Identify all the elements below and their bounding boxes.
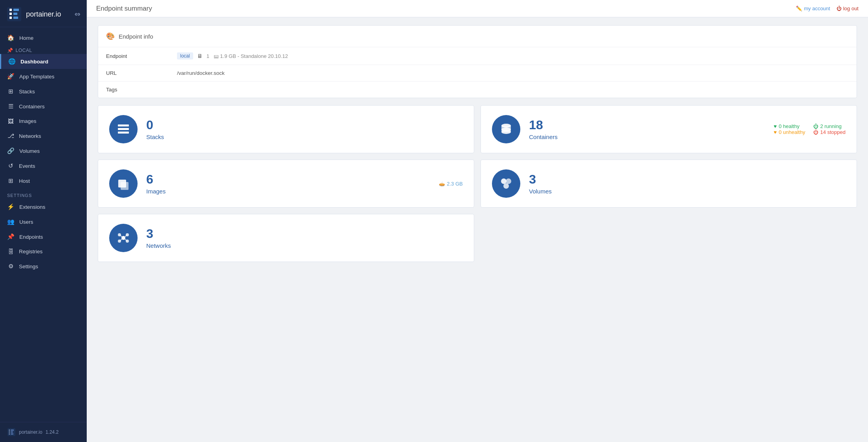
endpoints-icon: 📌 <box>7 233 15 240</box>
sidebar-item-host-label: Host <box>19 178 30 184</box>
endpoint-row: Endpoint local 🖥 1 🖴 1.9 GB - Standalone… <box>98 47 857 65</box>
images-stat-card[interactable]: 6 Images 🥧 2.3 GB <box>98 160 474 208</box>
my-account-link[interactable]: ✏️ my account <box>796 6 830 11</box>
footer-version: 1.24.2 <box>45 429 58 435</box>
networks-count: 3 <box>146 227 171 241</box>
svg-rect-6 <box>13 17 18 19</box>
sidebar-item-host[interactable]: ⊞ Host <box>0 173 87 188</box>
sidebar-item-users[interactable]: 👥 Users <box>0 214 87 229</box>
sidebar-item-registries[interactable]: 🗄 Registries <box>0 244 87 259</box>
sidebar-toggle-button[interactable]: ⇔ <box>75 10 80 19</box>
sidebar-item-events[interactable]: ↺ Events <box>0 158 87 173</box>
images-label: Images <box>146 188 166 195</box>
sidebar-item-extensions[interactable]: ⚡ Extensions <box>0 199 87 214</box>
running-count: ⏻ 2 running <box>813 123 846 129</box>
sidebar-item-images-label: Images <box>19 118 36 124</box>
networks-icon-circle <box>109 224 138 252</box>
networks-stat-info: 3 Networks <box>146 227 171 249</box>
svg-rect-9 <box>9 431 10 433</box>
endpoint-info-header: 🎨 Endpoint info <box>98 26 857 47</box>
images-stat-info: 6 Images <box>146 173 166 195</box>
endpoint-badge: local <box>177 52 193 59</box>
volumes-svg-icon <box>499 176 513 191</box>
svg-rect-16 <box>118 132 129 134</box>
healthy-count: ♥ 0 healthy <box>774 123 805 129</box>
stacks-svg-icon <box>116 122 130 136</box>
stacks-icon: ⊞ <box>7 88 14 95</box>
svg-rect-2 <box>9 13 12 15</box>
containers-health-col1: ♥ 0 healthy ♥ 0 unhealthy <box>774 123 805 135</box>
topbar: Endpoint summary ✏️ my account ⏻ log out <box>87 0 868 17</box>
volumes-stat-card[interactable]: 3 Volumes <box>481 160 857 208</box>
endpoint-value-cell: local 🖥 1 🖴 1.9 GB - Standalone 20.10.12 <box>169 47 857 65</box>
sidebar-nav: 🏠 Home 📌 LOCAL 🌐 Dashboard 🚀 App Templat… <box>0 27 87 422</box>
unhealthy-count: ♥ 0 unhealthy <box>774 129 805 135</box>
containers-stat-card[interactable]: 18 Containers ♥ 0 healthy ♥ 0 unhealthy <box>481 105 857 153</box>
topbar-actions: ✏️ my account ⏻ log out <box>796 6 859 11</box>
svg-rect-4 <box>13 9 19 11</box>
sidebar-item-dashboard-label: Dashboard <box>20 59 48 65</box>
logo-text: portainer.io <box>26 10 61 19</box>
stopped-count: ⏻ 14 stopped <box>813 129 846 135</box>
host-icon: ⊞ <box>7 177 14 184</box>
events-icon: ↺ <box>7 162 14 169</box>
networks-stat-card[interactable]: 3 Networks <box>98 214 474 262</box>
sidebar-item-settings[interactable]: ⚙ Settings <box>0 259 87 274</box>
sidebar-item-home[interactable]: 🏠 Home <box>0 30 87 45</box>
sidebar-item-volumes[interactable]: 🔗 Volumes <box>0 143 87 158</box>
sidebar-item-events-label: Events <box>19 163 35 169</box>
app-templates-icon: 🚀 <box>7 73 15 80</box>
log-out-link[interactable]: ⏻ log out <box>836 6 859 11</box>
images-svg-icon <box>116 176 130 191</box>
sidebar-item-containers[interactable]: ☰ Containers <box>0 99 87 114</box>
images-size: 🥧 2.3 GB <box>439 181 463 187</box>
sidebar-item-networks[interactable]: ⎇ Networks <box>0 128 87 143</box>
svg-point-25 <box>506 178 511 184</box>
svg-rect-8 <box>9 429 10 431</box>
images-icon-circle <box>109 169 138 198</box>
stopped-icon: ⏻ <box>813 129 818 135</box>
sidebar-item-networks-label: Networks <box>19 133 41 139</box>
svg-point-21 <box>501 130 511 134</box>
content-area: 🎨 Endpoint info Endpoint local 🖥 1 🖴 1.9… <box>87 17 868 270</box>
svg-rect-12 <box>11 431 13 433</box>
stacks-stat-card[interactable]: 0 Stacks <box>98 105 474 153</box>
url-value: /var/run/docker.sock <box>169 65 857 82</box>
sidebar: portainer.io ⇔ 🏠 Home 📌 LOCAL 🌐 Dashboar… <box>0 0 87 442</box>
images-icon: 🖼 <box>7 118 14 124</box>
endpoint-info-table: Endpoint local 🖥 1 🖴 1.9 GB - Standalone… <box>98 47 857 98</box>
containers-health-col2: ⏻ 2 running ⏻ 14 stopped <box>813 123 846 135</box>
sidebar-item-images[interactable]: 🖼 Images <box>0 114 87 128</box>
sidebar-item-endpoints-label: Endpoints <box>19 234 43 240</box>
local-section-label: 📌 LOCAL <box>0 45 87 54</box>
volumes-icon: 🔗 <box>7 147 15 154</box>
sidebar-item-dashboard[interactable]: 🌐 Dashboard <box>0 54 87 69</box>
sidebar-item-stacks[interactable]: ⊞ Stacks <box>0 84 87 99</box>
stacks-stat-info: 0 Stacks <box>146 118 164 140</box>
stats-grid: 0 Stacks 18 Containers <box>98 105 857 262</box>
stacks-count: 0 <box>146 118 164 132</box>
url-label: URL <box>98 65 169 82</box>
tags-label: Tags <box>98 82 169 98</box>
main-content: Endpoint summary ✏️ my account ⏻ log out… <box>87 0 868 442</box>
footer-logo-text: portainer.io <box>19 429 42 435</box>
stacks-icon-circle <box>109 115 138 143</box>
containers-health-row: ♥ 0 healthy ♥ 0 unhealthy ⏻ 2 runn <box>774 123 846 135</box>
endpoint-value: local 🖥 1 🖴 1.9 GB - Standalone 20.10.12 <box>177 52 849 59</box>
running-icon: ⏻ <box>813 123 818 129</box>
svg-rect-15 <box>118 128 129 130</box>
pie-chart-icon: 🥧 <box>439 181 445 187</box>
footer-logo-icon <box>7 428 16 436</box>
containers-stat-info: 18 Containers <box>529 118 558 140</box>
svg-rect-3 <box>9 17 12 19</box>
endpoint-detail: 1 🖴 1.9 GB - Standalone 20.10.12 <box>207 53 288 59</box>
sidebar-item-endpoints[interactable]: 📌 Endpoints <box>0 229 87 244</box>
svg-rect-10 <box>9 433 10 435</box>
registries-icon: 🗄 <box>7 248 14 255</box>
container-count-icon: 🖥 <box>197 53 203 59</box>
sidebar-item-app-templates[interactable]: 🚀 App Templates <box>0 69 87 84</box>
containers-count: 18 <box>529 118 558 132</box>
url-row: URL /var/run/docker.sock <box>98 65 857 82</box>
settings-section-label: SETTINGS <box>0 188 87 199</box>
svg-point-26 <box>503 183 509 189</box>
